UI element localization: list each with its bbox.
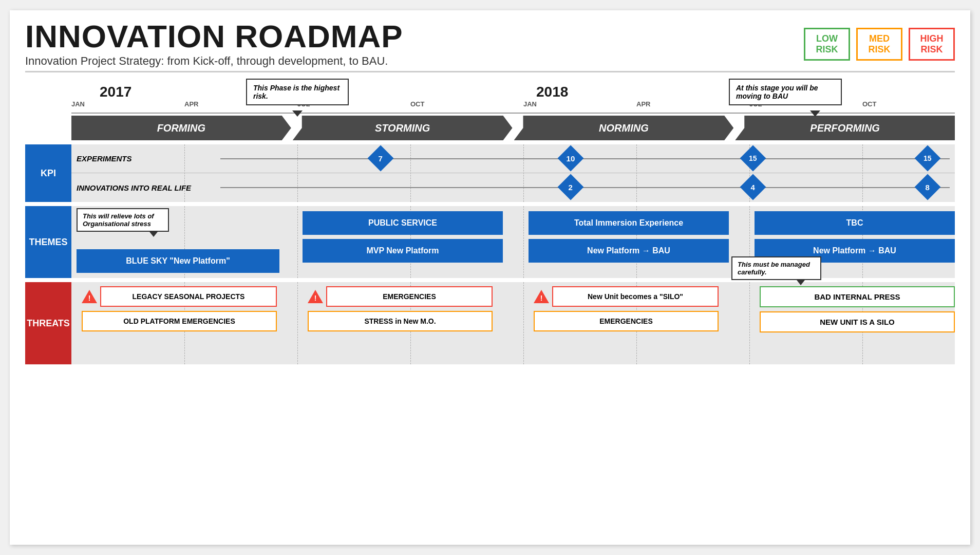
threat-new-unit-is-silo: NEW UNIT IS A SILO bbox=[760, 311, 955, 332]
phase-norming: NORMING bbox=[514, 116, 734, 140]
threat-legacy: LEGACY SEASONAL PROJECTS bbox=[100, 286, 277, 307]
slide: INNOVATION ROADMAP Innovation Project St… bbox=[10, 10, 970, 545]
callout-threats-managed: This must be managed carefully. bbox=[731, 256, 821, 280]
theme-new-platform-bau-1: New Platform → BAU bbox=[529, 239, 729, 263]
threats-col-performing: BAD INTERNAL PRESS NEW UNIT IS A SILO bbox=[760, 286, 955, 332]
threat-old-platform: OLD PLATFORM EMERGENCIES bbox=[82, 311, 277, 331]
month-oct-2017: OCT bbox=[410, 100, 424, 108]
diagram-container: This Phase is the highest risk. At this … bbox=[25, 79, 955, 364]
kpi-innovations-line: 2 4 8 bbox=[220, 187, 950, 188]
threat-emergencies-storming: EMERGENCIES bbox=[326, 286, 493, 307]
threat-legacy-wrap: ! LEGACY SEASONAL PROJECTS bbox=[82, 286, 277, 307]
risk-badges: LOWRISK MEDRISK HIGHRISK bbox=[804, 28, 955, 61]
kpi-diamond-4: 4 bbox=[744, 178, 762, 196]
kpi-experiments-label: EXPERIMENTS bbox=[71, 154, 220, 163]
kpi-diamond-8: 8 bbox=[918, 178, 937, 196]
theme-col-storming: PUBLIC SERVICE MVP New Platform bbox=[303, 211, 503, 263]
callout-storming: This Phase is the highest risk. bbox=[246, 79, 349, 105]
threats-section: THREATS bbox=[25, 282, 955, 364]
theme-tbc: TBC bbox=[755, 211, 955, 235]
threats-content: ! LEGACY SEASONAL PROJECTS OLD PLATFORM … bbox=[71, 282, 955, 364]
callout-themes-stress: This will relieve lots of Organisational… bbox=[77, 208, 169, 232]
phases-bar: FORMING STORMING NORMING PERFORMING bbox=[71, 116, 955, 140]
kpi-innovations-label: INNOVATIONS INTO REAL LIFE bbox=[71, 183, 220, 192]
kpi-diamond-15a: 15 bbox=[744, 149, 762, 168]
theme-col-performing: TBC New Platform → BAU bbox=[755, 211, 955, 263]
med-risk-badge: MEDRISK bbox=[856, 28, 902, 61]
threat-stress-mo: STRESS in New M.O. bbox=[308, 311, 493, 331]
kpi-label: KPI bbox=[25, 144, 71, 202]
title-block: INNOVATION ROADMAP Innovation Project St… bbox=[25, 21, 403, 68]
subtitle: Innovation Project Strategy: from Kick-o… bbox=[25, 54, 403, 68]
threat-emergencies-norming: EMERGENCIES bbox=[534, 311, 719, 331]
theme-mvp: MVP New Platform bbox=[303, 239, 503, 263]
main-title: INNOVATION ROADMAP bbox=[25, 21, 403, 52]
kpi-section: KPI EXPERIMENTS bbox=[25, 144, 955, 202]
callout-performing: At this stage you will be moving to BAU bbox=[729, 79, 842, 105]
threats-col-storming: ! EMERGENCIES STRESS in New M.O. bbox=[308, 286, 493, 331]
threat-bad-internal-press: BAD INTERNAL PRESS bbox=[760, 286, 955, 307]
phase-performing: PERFORMING bbox=[735, 116, 955, 140]
month-apr-2017: APR bbox=[184, 100, 198, 108]
threats-col-norming: ! New Unit becomes a "SILO" EMERGENCIES bbox=[534, 286, 719, 331]
threat-new-unit-silo: New Unit becomes a "SILO" bbox=[552, 286, 719, 307]
kpi-content: EXPERIMENTS 7 10 bbox=[71, 144, 955, 202]
theme-total-immersion: Total Immersion Experience bbox=[529, 211, 729, 235]
theme-bluesky: BLUE SKY "New Platform" bbox=[77, 249, 279, 273]
threats-col-forming: ! LEGACY SEASONAL PROJECTS OLD PLATFORM … bbox=[82, 286, 277, 331]
diagram-area: This Phase is the highest risk. At this … bbox=[25, 79, 955, 364]
year-2018: 2018 bbox=[536, 84, 568, 100]
month-oct-2018: OCT bbox=[862, 100, 876, 108]
phase-forming: FORMING bbox=[71, 116, 291, 140]
high-risk-badge: HIGHRISK bbox=[909, 28, 955, 61]
header: INNOVATION ROADMAP Innovation Project St… bbox=[25, 21, 955, 72]
low-risk-badge: LOWRISK bbox=[804, 28, 850, 61]
phase-storming: STORMING bbox=[293, 116, 513, 140]
threat-silo-wrap: ! New Unit becomes a "SILO" bbox=[534, 286, 719, 307]
theme-public-service: PUBLIC SERVICE bbox=[303, 211, 503, 235]
threats-label: THREATS bbox=[25, 282, 71, 364]
theme-col-norming: Total Immersion Experience New Platform … bbox=[529, 211, 729, 263]
threat-emergencies-wrap: ! EMERGENCIES bbox=[308, 286, 493, 307]
kpi-diamond-10: 10 bbox=[561, 149, 580, 168]
kpi-diamond-15b: 15 bbox=[918, 149, 937, 168]
month-jan-2018: JAN bbox=[523, 100, 537, 108]
kpi-experiments-row: EXPERIMENTS 7 10 bbox=[71, 144, 955, 173]
month-jan-2017: JAN bbox=[71, 100, 85, 108]
kpi-diamond-7: 7 bbox=[371, 149, 390, 168]
kpi-experiments-line: 7 10 1 bbox=[220, 158, 950, 159]
month-apr-2018: APR bbox=[636, 100, 650, 108]
themes-content: This will relieve lots of Organisational… bbox=[71, 206, 955, 278]
year-2017: 2017 bbox=[100, 84, 131, 100]
kpi-innovations-row: INNOVATIONS INTO REAL LIFE 2 bbox=[71, 173, 955, 202]
themes-label: THEMES bbox=[25, 206, 71, 278]
kpi-diamond-2: 2 bbox=[561, 178, 580, 196]
